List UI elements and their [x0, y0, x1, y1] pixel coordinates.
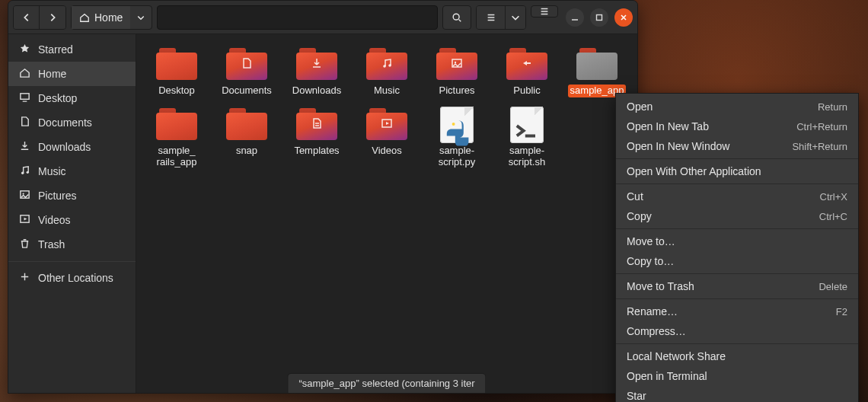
menu-item-open-in-new-tab[interactable]: Open In New TabCtrl+Return — [616, 116, 858, 136]
path-segment-home[interactable]: Home — [72, 6, 130, 29]
grid-item-label: Public — [511, 85, 542, 97]
sidebar-item-other-locations[interactable]: Other Locations — [8, 261, 136, 290]
grid-item-label: Documents — [219, 85, 274, 97]
star-icon — [19, 43, 30, 56]
menu-item-copy[interactable]: CopyCtrl+C — [616, 206, 858, 226]
documents-icon — [19, 116, 30, 129]
folder-icon — [226, 107, 267, 140]
menu-item-label: Star — [627, 390, 646, 402]
grid-item-sample-app[interactable]: sample_app — [564, 43, 630, 97]
svg-point-0 — [453, 14, 459, 20]
svg-point-9 — [388, 64, 391, 67]
svg-point-4 — [27, 171, 29, 174]
status-bar: “sample_app” selected (containing 3 iter — [287, 373, 486, 393]
minimize-icon — [571, 14, 579, 21]
menu-item-star[interactable]: Star — [616, 386, 858, 402]
menu-item-open-with-other-application[interactable]: Open With Other Application — [616, 161, 858, 181]
sidebar: StarredHomeDesktopDocumentsDownloadsMusi… — [8, 34, 136, 393]
sidebar-item-music[interactable]: Music — [8, 159, 136, 183]
sidebar-item-desktop[interactable]: Desktop — [8, 86, 136, 110]
grid-item-sample-rails-app[interactable]: sample_rails_app — [144, 104, 209, 169]
sidebar-item-pictures[interactable]: Pictures — [8, 183, 136, 208]
grid-item-desktop[interactable]: Desktop — [144, 43, 209, 97]
sidebar-item-documents[interactable]: Documents — [8, 110, 136, 135]
folder-icon — [366, 107, 407, 140]
chevron-right-icon — [47, 12, 58, 23]
menu-item-shortcut: Shift+Return — [792, 141, 847, 152]
grid-item-label: Downloads — [290, 85, 343, 97]
grid-item-label: snap — [234, 145, 260, 158]
grid-item-public[interactable]: Public — [494, 43, 560, 97]
menu-item-label: Open With Other Application — [627, 165, 761, 177]
menu-item-label: Open in Terminal — [627, 370, 707, 382]
menu-item-move-to-trash[interactable]: Move to TrashDelete — [616, 276, 858, 296]
location-entry[interactable] — [157, 5, 438, 30]
menu-item-label: Move to Trash — [627, 280, 694, 292]
sidebar-item-starred[interactable]: Starred — [8, 37, 136, 62]
sidebar-item-home[interactable]: Home — [8, 62, 136, 86]
sidebar-item-label: Starred — [38, 43, 73, 56]
grid-item-sample-script-py[interactable]: sample-script.py — [424, 104, 490, 169]
home-icon — [19, 67, 30, 81]
menu-item-shortcut: Delete — [819, 281, 847, 292]
close-button[interactable] — [614, 8, 633, 27]
sidebar-item-downloads[interactable]: Downloads — [8, 135, 136, 159]
videos-icon — [19, 213, 30, 227]
back-button[interactable] — [14, 6, 40, 29]
forward-button[interactable] — [40, 6, 65, 29]
view-dropdown[interactable] — [506, 6, 525, 29]
grid-item-pictures[interactable]: Pictures — [424, 43, 490, 97]
sidebar-item-videos[interactable]: Videos — [8, 208, 136, 232]
menu-separator — [616, 183, 858, 184]
grid-item-documents[interactable]: Documents — [214, 43, 279, 97]
content-area[interactable]: DesktopDocumentsDownloadsMusicPicturesPu… — [136, 34, 637, 393]
grid-item-videos[interactable]: Videos — [354, 104, 420, 169]
sidebar-item-trash[interactable]: Trash — [8, 232, 136, 257]
menu-item-label: Open In New Tab — [627, 120, 709, 132]
desktop-wallpaper: Home — [0, 0, 868, 402]
menu-item-label: Local Network Share — [627, 350, 726, 362]
status-text: “sample_app” selected (containing 3 iter — [298, 378, 474, 389]
menu-item-label: Compress… — [627, 325, 686, 337]
menu-item-label: Cut — [627, 190, 643, 203]
grid-item-snap[interactable]: snap — [214, 104, 279, 169]
grid-item-downloads[interactable]: Downloads — [284, 43, 349, 97]
menu-separator — [616, 158, 858, 159]
file-icon — [440, 107, 474, 143]
menu-item-open-in-new-window[interactable]: Open In New WindowShift+Return — [616, 136, 858, 156]
menu-icon — [539, 6, 550, 17]
sidebar-item-label: Other Locations — [38, 272, 113, 284]
menu-separator — [616, 298, 858, 299]
grid-item-music[interactable]: Music — [354, 43, 420, 97]
path-bar[interactable]: Home — [71, 5, 152, 30]
menu-item-label: Move to… — [627, 235, 675, 247]
menu-item-move-to[interactable]: Move to… — [616, 231, 858, 251]
menu-item-shortcut: Ctrl+X — [820, 191, 847, 203]
minimize-button[interactable] — [566, 8, 584, 27]
folder-icon — [296, 46, 337, 80]
svg-point-13 — [452, 123, 455, 126]
menu-item-shortcut: Ctrl+Return — [796, 121, 847, 132]
chevron-down-icon — [510, 12, 521, 23]
hamburger-menu[interactable] — [531, 5, 558, 18]
view-list-button[interactable] — [477, 6, 506, 29]
menu-item-open-in-terminal[interactable]: Open in Terminal — [616, 366, 858, 386]
menu-item-compress[interactable]: Compress… — [616, 321, 858, 341]
maximize-button[interactable] — [590, 8, 608, 27]
chevron-down-icon — [136, 13, 145, 22]
grid-item-templates[interactable]: Templates — [284, 104, 349, 169]
plus-icon — [19, 271, 30, 285]
window-controls — [566, 8, 633, 27]
menu-item-rename[interactable]: Rename…F2 — [616, 302, 858, 321]
close-icon — [620, 14, 627, 21]
menu-item-copy-to[interactable]: Copy to… — [616, 251, 858, 271]
menu-item-open[interactable]: OpenReturn — [616, 97, 858, 116]
menu-item-local-network-share[interactable]: Local Network Share — [616, 346, 858, 366]
music-icon — [19, 164, 30, 178]
path-dropdown[interactable] — [130, 13, 152, 22]
grid-item-sample-script-sh[interactable]: sample-script.sh — [494, 104, 560, 169]
svg-rect-1 — [597, 14, 602, 20]
menu-item-cut[interactable]: CutCtrl+X — [616, 187, 858, 206]
search-button[interactable] — [442, 5, 471, 30]
grid-item-label: Music — [372, 85, 402, 97]
